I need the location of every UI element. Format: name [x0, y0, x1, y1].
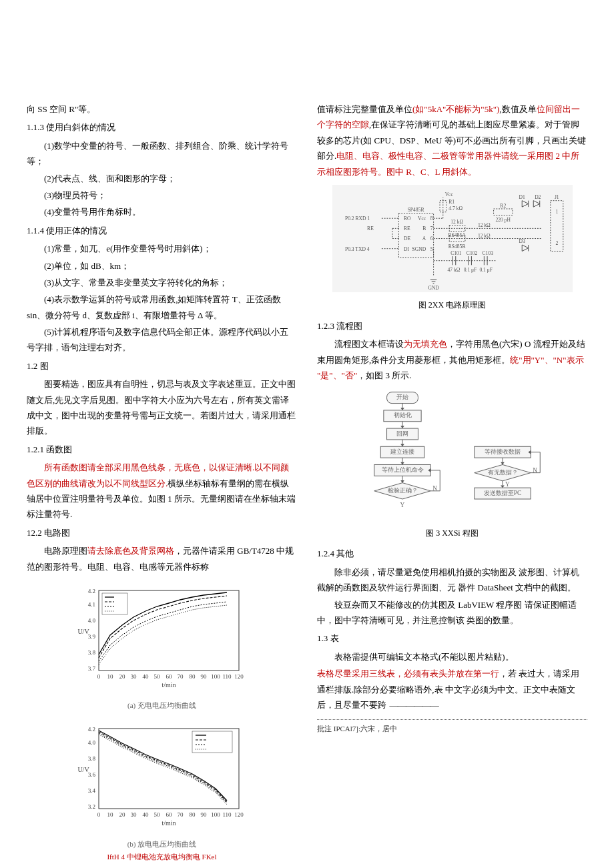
svg-marker-125	[400, 408, 404, 410]
svg-text:P0.2  RXD  1: P0.2 RXD 1	[344, 215, 369, 222]
r-a: 值请标注完整量值及单位	[317, 104, 412, 114]
svg-text:80: 80	[189, 811, 196, 818]
svg-text:120: 120	[234, 811, 244, 818]
figure-1a: 3.7 3.8 3.9 4.0 4.1 4.2 0 10 20 30 40 50…	[27, 580, 297, 713]
svg-text:初始化: 初始化	[393, 412, 411, 418]
svg-text:20: 20	[119, 673, 125, 680]
left-column: 向 SS 空间 R"等。 1.1.3 使用白斜体的情况 (1)数学中变量的符号、…	[27, 100, 297, 868]
svg-text:R2: R2	[500, 203, 506, 209]
svg-marker-153	[501, 462, 505, 464]
svg-text:A: A	[422, 236, 426, 242]
span-122-a: 电路原理图	[44, 546, 87, 556]
para-1-2: 图要精选，图应具有自明性，切忌与表及文字表述重豆。正文中图随文后,先见文字后见图…	[27, 376, 297, 439]
svg-text:6: 6	[430, 236, 432, 242]
svg-text:0.1 μF: 0.1 μF	[463, 267, 477, 273]
para-13-2: 表格尽量采用三线表，必须有表头并放在第一行，若 表过大，请采用通栏排版.除部分必…	[317, 666, 587, 713]
svg-text:Vcc: Vcc	[418, 215, 426, 222]
svg-text:30: 30	[130, 673, 137, 680]
figure-1-caption: IftH 4 中锂电池充放电均衡电 FKel	[27, 851, 297, 864]
figure-2: SP485R RO RE DE DI Vcc B A SGND 8 7 6 5 …	[317, 185, 587, 313]
svg-text:110: 110	[222, 811, 232, 818]
svg-text:4.0: 4.0	[87, 739, 95, 746]
figure-3: 开始 初始化 回网 建立连接 等待上位机命令 检验正确？ Y N	[317, 389, 587, 541]
svg-text:建立连接: 建立连接	[390, 448, 414, 454]
s123b: 为无填充色	[404, 339, 447, 349]
svg-text:70: 70	[177, 811, 184, 818]
svg-text:SP485R: SP485R	[407, 207, 424, 213]
svg-text:90: 90	[200, 673, 207, 680]
svg-text:SGND: SGND	[412, 246, 426, 252]
para-124-2: 较豆杂而又不能修改的仿其图及 LabVIEW 程序图 请保证图幅适中，图中字符清…	[317, 597, 587, 628]
svg-text:12 kΩ: 12 kΩ	[450, 219, 463, 225]
r-b: (如"5kA"不能标为"5k")	[412, 104, 499, 114]
circuit-svg: SP485R RO RE DE DI Vcc B A SGND 8 7 6 5 …	[332, 185, 573, 292]
svg-text:D1: D1	[519, 194, 525, 200]
svg-text:50: 50	[154, 673, 160, 680]
svg-text:12 kΩ: 12 kΩ	[477, 222, 490, 228]
svg-text:4.2: 4.2	[87, 726, 95, 733]
svg-text:C103: C103	[482, 250, 493, 256]
r-f: 电阻、电容、极性电容、二极管等常用器件请统一采用图 2 中所示相应图形符号。图中…	[317, 151, 579, 176]
svg-text:10: 10	[107, 673, 113, 680]
svg-text:B: B	[422, 226, 426, 232]
s13-2a: 表格尽量采用三线表，必须有表头并放在第一行	[317, 669, 499, 679]
svg-text:8: 8	[430, 215, 432, 222]
svg-text:C102: C102	[466, 250, 477, 256]
heading-1-2-3: 1.2.3 流程图	[317, 318, 587, 334]
svg-rect-20	[102, 593, 127, 614]
svg-text:DI: DI	[404, 246, 409, 252]
leader-dashes: — — — — — —	[388, 700, 438, 710]
svg-text:J1: J1	[554, 194, 559, 200]
comment-text: 批注 IPCAl7]:六宋，居中	[317, 725, 397, 733]
svg-text:90: 90	[200, 811, 207, 818]
svg-text:0: 0	[97, 673, 100, 680]
svg-text:回网: 回网	[396, 430, 408, 436]
svg-text:60: 60	[166, 673, 172, 680]
svg-text:30: 30	[130, 811, 137, 818]
svg-text:3.4: 3.4	[87, 787, 95, 794]
svg-text:4.1: 4.1	[87, 601, 95, 608]
svg-text:0.1 μF: 0.1 μF	[479, 267, 493, 273]
heading-1-2-2: 12.2 电路图	[27, 525, 297, 540]
svg-text:Y: Y	[505, 480, 510, 487]
svg-text:RS485B: RS485B	[448, 244, 465, 250]
svg-marker-137	[400, 462, 404, 464]
svg-text:0: 0	[97, 811, 100, 818]
chart-b-svg: 3.2 3.4 3.6 3.8 4.0 4.2 0 10 20 30 40 50…	[75, 722, 249, 829]
svg-text:20: 20	[119, 811, 125, 818]
svg-marker-129	[400, 426, 404, 428]
item-114-3: (3)从文字、常量及非变量英文字符转化的角标；	[27, 275, 297, 290]
item-114-5: (5)计算机程序语句及数字信息代码全部正体。源程序代码以小五号字排，语句注理右对…	[27, 324, 297, 356]
svg-text:12 kΩ: 12 kΩ	[477, 233, 490, 239]
svg-text:等待接收数据: 等待接收数据	[485, 448, 521, 454]
item-113-2: (2)代表点、线、面和图形的字母；	[27, 171, 297, 186]
item-113-3: (3)物理员符号；	[27, 187, 297, 203]
svg-marker-162	[501, 485, 505, 488]
svg-text:1: 1	[555, 209, 558, 215]
heading-1-1-4: 1.1.4 使用正体的情况	[27, 223, 297, 238]
svg-text:5: 5	[430, 246, 432, 252]
page: 向 SS 空间 R"等。 1.1.3 使用白斜体的情况 (1)数学中变量的符号、…	[0, 0, 614, 868]
svg-text:110: 110	[222, 673, 232, 680]
svg-text:80: 80	[189, 673, 196, 680]
para-13-1: 表格需提供可编辑文本格式(不能以图片粘贴)。	[317, 649, 587, 665]
svg-text:D2: D2	[535, 194, 541, 200]
figure-3-caption: 图 3 XXSi 程图	[317, 526, 587, 541]
svg-text:DE: DE	[404, 236, 410, 242]
svg-text:40: 40	[142, 673, 149, 680]
svg-text:C101: C101	[450, 250, 462, 256]
svg-text:GND: GND	[428, 285, 439, 291]
svg-text:3.8: 3.8	[87, 649, 95, 656]
chart-a-svg: 3.7 3.8 3.9 4.0 4.1 4.2 0 10 20 30 40 50…	[75, 584, 249, 691]
svg-text:7: 7	[430, 226, 432, 232]
svg-text:220 pH: 220 pH	[495, 217, 511, 223]
para-1-2-1: 所有函数图请全部采用黑色线条，无底色，以保证清晰.以不同颜色区别的曲线请改为以不…	[27, 460, 297, 522]
heading-1-3: 1.3 表	[317, 630, 587, 646]
item-114-2: (2)单位，如 dB、km；	[27, 258, 297, 274]
svg-text:检验正确？: 检验正确？	[387, 487, 417, 494]
svg-text:100: 100	[211, 811, 220, 818]
svg-text:RO: RO	[404, 215, 411, 222]
para-top-right: 值请标注完整量值及单位(如"5kA"不能标为"5k"),数值及单位间留出一个字符…	[317, 101, 587, 179]
svg-text:D3: D3	[519, 238, 525, 244]
svg-marker-141	[400, 480, 404, 482]
